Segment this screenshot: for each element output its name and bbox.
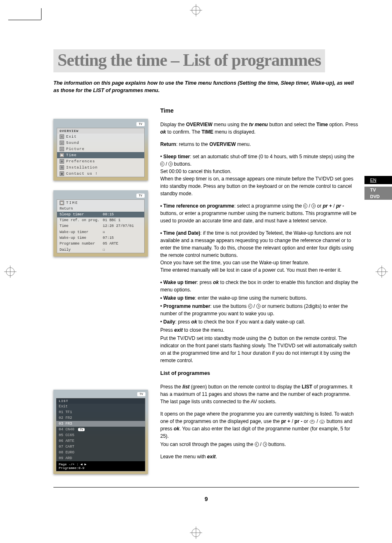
menu-label: Contact us !	[66, 172, 98, 176]
osd-menu-item: ▫Picture	[57, 146, 144, 152]
osd-title: TIME	[66, 201, 78, 205]
paragraph: • Sleep timer: set an automatic shut-off…	[160, 153, 359, 197]
list-item: 07 CART	[56, 444, 145, 450]
menu-icon: ☎	[60, 171, 64, 176]
list-item: 04 CN40TV	[56, 427, 145, 432]
svg-point-20	[310, 420, 315, 423]
crop-mark-bottom	[190, 527, 202, 539]
svg-point-12	[161, 162, 164, 166]
menu-label: Picture	[66, 147, 85, 151]
setting-value: ☐	[103, 247, 105, 252]
osd-list: TV LIST Exit 01 TF102 FR203 FR304 CN40TV…	[53, 390, 148, 474]
paragraph: Return: returns to the OVERVIEW menu.	[160, 141, 359, 148]
menu-icon: ⎘	[60, 165, 64, 170]
menu-icon: ⌚	[60, 153, 64, 157]
paragraph: Put the TV/DVD set into standby mode usi…	[160, 335, 359, 364]
osd-menu-item: ⎘Installation	[57, 164, 144, 171]
heading-list: List of programmes	[160, 369, 359, 377]
down-arrow-icon	[319, 420, 325, 424]
list-item: 06 ARTE	[56, 438, 145, 444]
setting-value: 00:15	[103, 213, 114, 217]
left-arrow-icon	[255, 442, 259, 447]
osd-setting-row: Daily☐	[57, 247, 144, 253]
menu-label: Preferences	[66, 159, 95, 164]
setting-label: Wake-up time	[60, 236, 101, 240]
menu-icon: <	[60, 134, 64, 139]
svg-point-14	[304, 204, 307, 208]
menu-icon: ▫	[60, 147, 64, 151]
right-arrow-icon	[263, 442, 267, 447]
osd-menu-item: ⌚Time	[57, 152, 144, 158]
paragraph: Press exit to close the menu.	[160, 326, 359, 334]
standby-icon	[267, 336, 272, 341]
paragraph: Display the OVERVIEW menu using the tv m…	[160, 121, 359, 136]
osd-tv-badge: TV	[137, 392, 145, 396]
setting-value: 12:28 27/07/01	[103, 224, 134, 228]
osd-setting-row: Wake-up timer☒	[57, 229, 144, 235]
list-item: 08 EURO	[56, 450, 145, 455]
paragraph: • Wake up time: enter the wake-up time u…	[160, 294, 359, 302]
paragraph: You can scroll through the pages using t…	[160, 441, 359, 448]
page-number: 9	[53, 496, 359, 502]
svg-point-21	[320, 420, 325, 423]
menu-label: Installation	[66, 166, 98, 170]
tv-pill: TV	[78, 428, 85, 431]
paragraph: • Wake up timer: press ok to check the b…	[160, 279, 359, 293]
setting-label: Programme number	[60, 242, 101, 246]
page-title: Setting the time – List of programmes	[53, 49, 325, 72]
setting-value: ☒	[103, 230, 105, 234]
right-arrow-icon	[168, 162, 173, 166]
setting-value: 01 BBC 1	[103, 218, 120, 222]
list-item: 02 FR2	[56, 415, 145, 421]
menu-icon: ♪	[60, 141, 64, 145]
paragraph: Press the list (green) button on the rem…	[160, 383, 359, 405]
heading-time: Time	[160, 106, 359, 115]
osd-setting-row: Programme number05 ARTE	[57, 241, 144, 247]
svg-point-23	[263, 442, 267, 446]
osd-footer: Page -/+ : ◀ ▶ Programme:0-9	[56, 461, 145, 471]
list-item: 01 TF1	[56, 409, 145, 415]
setting-label: Sleep timer	[60, 213, 101, 217]
svg-point-17	[256, 304, 260, 309]
clock-icon: ⌚	[60, 201, 64, 205]
svg-point-15	[312, 204, 316, 208]
osd-setting-row: Time12:28 27/07/01	[57, 223, 144, 229]
osd-menu-item: ⚙Preferences	[57, 158, 144, 164]
osd-tv-badge: TV	[136, 122, 145, 126]
left-arrow-icon	[248, 304, 252, 309]
menu-icon: ⚙	[60, 159, 64, 164]
up-arrow-icon	[309, 420, 315, 424]
svg-point-22	[255, 442, 258, 446]
osd-setting-row: Wake-up time07:15	[57, 235, 144, 241]
osd-time: TV ⌚TIME Return Sleep timer00:15Time ref…	[53, 190, 148, 256]
osd-menu-item: <Exit	[57, 134, 144, 140]
osd-exit: Exit	[56, 404, 145, 409]
menu-label: Sound	[66, 141, 79, 145]
osd-title: LIST	[56, 398, 145, 404]
left-arrow-icon	[303, 203, 307, 208]
setting-value: 05 ARTE	[103, 242, 118, 246]
osd-tv-badge: TV	[136, 194, 145, 198]
intro-text: The information on this page explains ho…	[53, 77, 359, 94]
paragraph: • Programme number: use the buttons / or…	[160, 303, 359, 317]
setting-label: Time ref. on prog.	[60, 218, 101, 222]
list-item: 09 ARD	[56, 455, 145, 461]
paragraph: Leave the menu with exit.	[160, 453, 359, 460]
paragraph: It opens on the page where the programme…	[160, 410, 359, 440]
list-item: 03 FR3	[56, 421, 145, 427]
paragraph: • Time reference on programme: select a …	[160, 202, 359, 224]
osd-setting-row: Time ref. on prog.01 BBC 1	[57, 217, 144, 223]
osd-setting-row: Sleep timer00:15	[57, 212, 144, 217]
menu-label: Time	[66, 153, 77, 157]
setting-value: 07:15	[103, 236, 114, 240]
osd-overview: TV OVERVIEW <Exit♪Sound▫Picture⌚Time⚙Pre…	[53, 119, 148, 180]
osd-menu-item: ☎Contact us !	[57, 171, 144, 177]
osd-title: OVERVIEW	[57, 128, 144, 134]
right-arrow-icon	[256, 304, 261, 309]
setting-label: Wake-up timer	[60, 230, 101, 234]
left-arrow-icon	[160, 162, 164, 166]
menu-label: Exit	[66, 135, 77, 139]
right-arrow-icon	[311, 203, 316, 208]
paragraph: • Daily: press ok to check the box if yo…	[160, 318, 359, 326]
divider	[53, 487, 359, 488]
